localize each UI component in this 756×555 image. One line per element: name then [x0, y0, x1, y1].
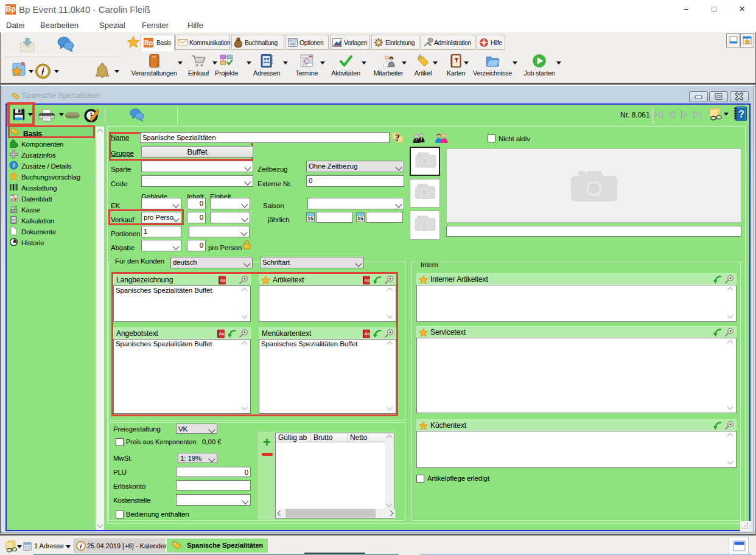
svg-text:Aa: Aa [220, 278, 226, 282]
svg-text:Aa: Aa [365, 332, 370, 336]
svg-text:Aa: Aa [365, 278, 370, 282]
svg-text:?: ? [395, 133, 400, 143]
svg-text:Aa: Aa [219, 332, 225, 336]
